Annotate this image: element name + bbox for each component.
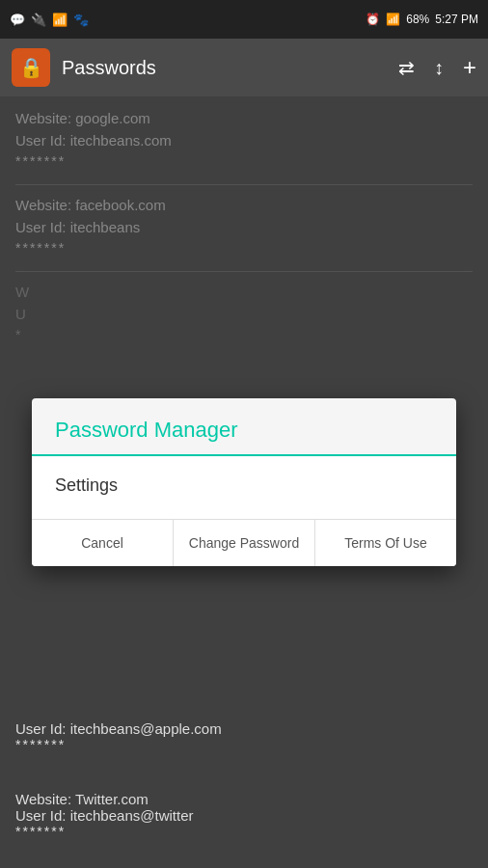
website-label: Website: Twitter.com [15, 791, 193, 807]
terms-of-use-button[interactable]: Terms Of Use [315, 520, 456, 566]
dialog-content: Settings [32, 456, 456, 519]
battery-level: 68% [406, 13, 429, 26]
whatsapp-icon: 💬 [10, 13, 25, 27]
notification-icon: 🐾 [73, 13, 89, 27]
usb-icon: 🔌 [31, 13, 46, 27]
sort-icon[interactable]: ↕ [434, 57, 444, 79]
filter-icon[interactable]: ⇄ [398, 56, 415, 79]
main-content: Website: google.com User Id: itechbeans.… [0, 96, 488, 868]
dialog: Password Manager Settings Cancel Change … [32, 398, 456, 566]
app-bar: 🔒 Passwords ⇄ ↕ + [0, 39, 488, 96]
wifi-icon: 📶 [52, 13, 68, 27]
clock-icon: ⏰ [366, 13, 380, 26]
status-bar: 💬 🔌 📶 🐾 ⏰ 📶 68% 5:27 PM [0, 0, 488, 39]
lock-icon: 🔒 [19, 56, 43, 79]
dialog-title: Password Manager [32, 398, 456, 456]
change-password-button[interactable]: Change Password [174, 520, 315, 566]
dialog-actions: Cancel Change Password Terms Of Use [32, 519, 456, 566]
userid-label: User Id: itechbeans@twitter [15, 807, 193, 824]
password-stars: ******* [15, 824, 193, 839]
website-label: User Id: itechbeans@apple.com [15, 720, 222, 737]
list-item-bottom: Website: Twitter.com User Id: itechbeans… [15, 791, 193, 839]
list-item-below: User Id: itechbeans@apple.com ******* [15, 720, 222, 752]
signal-icon: 📶 [386, 13, 400, 26]
settings-label: Settings [55, 475, 118, 495]
cancel-button[interactable]: Cancel [32, 520, 174, 566]
password-stars: ******* [15, 737, 222, 752]
app-bar-actions: ⇄ ↕ + [398, 54, 476, 81]
add-icon[interactable]: + [463, 54, 476, 81]
app-icon: 🔒 [12, 48, 50, 87]
status-icons: 💬 🔌 📶 🐾 [10, 13, 89, 27]
app-bar-title: Passwords [62, 57, 387, 79]
time-display: 5:27 PM [435, 13, 478, 26]
status-right-icons: ⏰ 📶 68% 5:27 PM [366, 13, 478, 26]
dialog-overlay: Password Manager Settings Cancel Change … [0, 96, 488, 868]
